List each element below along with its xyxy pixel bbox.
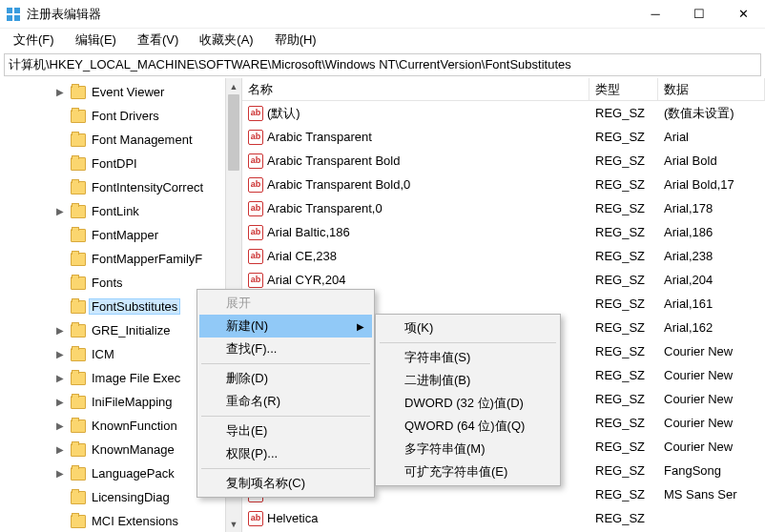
expand-icon[interactable]: ▶ — [53, 444, 67, 455]
menu-help[interactable]: 帮助(H) — [265, 30, 326, 51]
string-value-icon: ab — [248, 106, 263, 121]
expand-icon[interactable]: ▶ — [53, 397, 67, 407]
value-type: REG_SZ — [589, 297, 658, 311]
tree-item[interactable]: ▶Event Viewer — [0, 80, 241, 104]
value-type: REG_SZ — [589, 273, 658, 287]
minimize-button[interactable]: ─ — [633, 0, 677, 29]
tree-item-label: MCI Extensions — [90, 514, 180, 528]
tree-item[interactable]: FontMapper — [0, 223, 241, 247]
tree-item[interactable]: FontDPI — [0, 152, 241, 175]
value-type: REG_SZ — [589, 106, 658, 120]
tree-item-label: Font Drivers — [90, 109, 161, 123]
ctx-export[interactable]: 导出(E) — [199, 419, 372, 442]
submenu-arrow-icon: ▶ — [357, 321, 364, 332]
value-type: REG_SZ — [589, 416, 658, 430]
expand-icon[interactable]: ▶ — [53, 468, 67, 479]
tree-item[interactable]: ▶FontLink — [0, 199, 241, 223]
tree-item[interactable]: FontMapperFamilyF — [0, 247, 241, 271]
list-row[interactable]: abArabic Transparent BoldREG_SZArial Bol… — [242, 149, 765, 173]
tree-item-label: Fonts — [90, 276, 125, 290]
value-data: Courier New — [658, 392, 765, 406]
expand-icon[interactable]: ▶ — [53, 420, 67, 431]
menu-file[interactable]: 文件(F) — [4, 30, 64, 51]
value-type: REG_SZ — [589, 368, 658, 382]
tree-item[interactable]: Font Drivers — [0, 104, 241, 128]
separator — [201, 363, 370, 364]
list-row[interactable]: abArabic Transparent Bold,0REG_SZArial B… — [242, 173, 765, 196]
value-data: Arial,238 — [658, 249, 765, 263]
folder-icon — [71, 443, 86, 457]
menubar: 文件(F) 编辑(E) 查看(V) 收藏夹(A) 帮助(H) — [0, 29, 765, 51]
ctx-new-key[interactable]: 项(K) — [378, 317, 558, 339]
ctx-find[interactable]: 查找(F)... — [199, 338, 372, 360]
ctx-new-binary[interactable]: 二进制值(B) — [378, 369, 558, 392]
value-data: Arial,162 — [658, 320, 765, 335]
scroll-thumb[interactable] — [228, 94, 239, 171]
expand-icon[interactable]: ▶ — [53, 325, 67, 336]
value-data: Arial,178 — [658, 201, 765, 215]
folder-icon — [71, 110, 86, 123]
ctx-new-qword[interactable]: QWORD (64 位)值(Q) — [378, 415, 558, 438]
expand-icon[interactable]: ▶ — [53, 87, 67, 97]
expand-icon[interactable]: ▶ — [53, 349, 67, 359]
expand-icon[interactable]: ▶ — [53, 206, 67, 216]
tree-item-label: FontMapper — [90, 228, 160, 242]
list-header: 名称 类型 数据 — [242, 78, 765, 101]
value-type: REG_SZ — [589, 225, 658, 239]
expand-icon[interactable]: ▶ — [53, 373, 67, 383]
menu-favorites[interactable]: 收藏夹(A) — [190, 30, 262, 51]
col-name[interactable]: 名称 — [242, 78, 589, 100]
folder-icon — [71, 205, 86, 218]
ctx-new[interactable]: 新建(N)▶ — [199, 315, 372, 338]
value-type: REG_SZ — [589, 344, 658, 358]
scroll-down-icon[interactable]: ▼ — [226, 516, 241, 532]
ctx-expand[interactable]: 展开 — [199, 292, 372, 315]
ctx-new-string[interactable]: 字符串值(S) — [378, 346, 558, 369]
value-name: Arabic Transparent Bold — [267, 153, 400, 168]
list-row[interactable]: abArabic Transparent,0REG_SZArial,178 — [242, 196, 765, 220]
value-name: Arabic Transparent — [267, 130, 372, 144]
tree-item[interactable]: FontIntensityCorrect — [0, 175, 241, 199]
tree-item[interactable]: MCI Extensions — [0, 509, 241, 532]
separator — [201, 416, 370, 417]
tree-item-label: ICM — [90, 347, 116, 361]
value-name: Arial Baltic,186 — [267, 225, 350, 239]
list-row[interactable]: ab(默认)REG_SZ(数值未设置) — [242, 101, 765, 125]
value-type: REG_SZ — [589, 392, 658, 406]
tree-item-label: KnownManage — [90, 442, 176, 457]
value-data: Arial,186 — [658, 225, 765, 239]
folder-icon — [71, 276, 86, 290]
tree-item[interactable]: Font Management — [0, 128, 241, 152]
ctx-new-expandstring[interactable]: 可扩充字符串值(E) — [378, 460, 558, 483]
menu-edit[interactable]: 编辑(E) — [66, 30, 126, 51]
maximize-button[interactable]: ☐ — [677, 0, 721, 29]
value-name: Arabic Transparent,0 — [267, 201, 382, 215]
list-row[interactable]: abArial Baltic,186REG_SZArial,186 — [242, 220, 765, 244]
tree-item-label: Font Management — [90, 133, 195, 147]
close-button[interactable]: ✕ — [721, 0, 765, 29]
ctx-delete[interactable]: 删除(D) — [199, 367, 372, 390]
ctx-new-multistring[interactable]: 多字符串值(M) — [378, 438, 558, 460]
address-bar[interactable]: 计算机\HKEY_LOCAL_MACHINE\SOFTWARE\Microsof… — [4, 53, 761, 76]
value-type: REG_SZ — [589, 130, 658, 144]
list-row[interactable]: abArial CE,238REG_SZArial,238 — [242, 244, 765, 268]
address-text: 计算机\HKEY_LOCAL_MACHINE\SOFTWARE\Microsof… — [9, 56, 571, 73]
scroll-up-icon[interactable]: ▲ — [226, 78, 241, 94]
folder-icon — [71, 229, 86, 242]
string-value-icon: ab — [248, 201, 263, 216]
ctx-permissions[interactable]: 权限(P)... — [199, 442, 372, 465]
ctx-new-dword[interactable]: DWORD (32 位)值(D) — [378, 392, 558, 415]
tree-item-label: GRE_Initialize — [90, 323, 172, 338]
folder-icon — [71, 86, 86, 99]
col-data[interactable]: 数据 — [658, 78, 765, 100]
ctx-copy-key-name[interactable]: 复制项名称(C) — [199, 472, 372, 495]
list-row[interactable]: abHelveticaREG_SZ — [242, 506, 765, 530]
menu-view[interactable]: 查看(V) — [128, 30, 188, 51]
tree-item-label: FontMapperFamilyF — [90, 252, 204, 266]
col-type[interactable]: 类型 — [589, 78, 658, 100]
value-name: Arial CE,238 — [267, 249, 337, 263]
string-value-icon: ab — [248, 273, 263, 288]
value-name: Arabic Transparent Bold,0 — [267, 177, 410, 192]
list-row[interactable]: abArabic TransparentREG_SZArial — [242, 125, 765, 149]
ctx-rename[interactable]: 重命名(R) — [199, 390, 372, 413]
